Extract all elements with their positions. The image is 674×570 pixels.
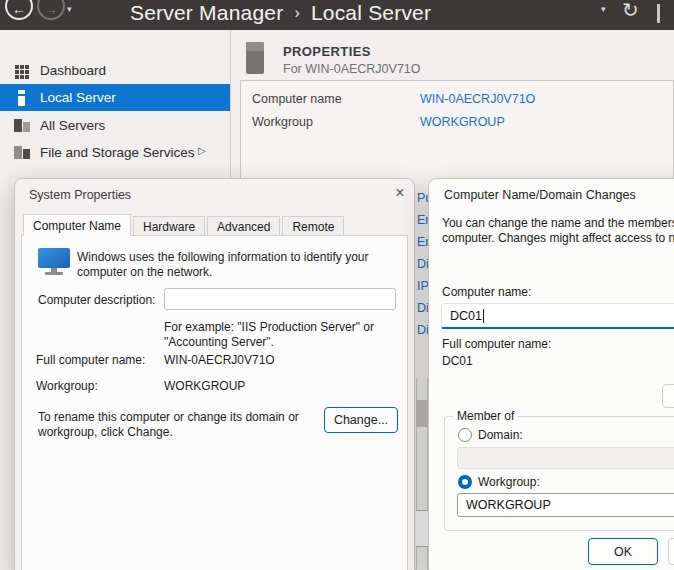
full-computer-name-label: Full computer name: <box>442 337 551 351</box>
all-servers-icon <box>13 118 31 134</box>
workgroup-radio-label[interactable]: Workgroup: <box>478 475 540 489</box>
forward-button[interactable]: → <box>37 0 65 20</box>
breadcrumb-server-manager[interactable]: Server Manager <box>130 1 283 24</box>
sidebar-item-label: Local Server <box>40 90 116 105</box>
back-icon: ← <box>12 1 26 17</box>
sidebar-item-label: File and Storage Services <box>40 145 195 160</box>
workgroup-radio[interactable] <box>458 475 472 489</box>
clipped-property-value[interactable]: En <box>417 213 428 228</box>
server-tower-icon <box>13 90 31 106</box>
system-properties-dialog: System Properties × Computer Name Hardwa… <box>14 178 415 570</box>
tab-page: Windows uses the following information t… <box>21 235 408 570</box>
dialog-title: Computer Name/Domain Changes <box>444 188 636 202</box>
close-icon[interactable]: × <box>389 182 411 204</box>
computer-description-label: Computer description: <box>38 293 155 308</box>
title-bar: ← → ▾ Server Manager›Local Server ▾ ↻ <box>0 0 674 30</box>
sidebar-item-all-servers[interactable]: All Servers <box>0 112 230 139</box>
properties-server-icon <box>246 42 264 74</box>
tab-computer-name[interactable]: Computer Name <box>23 214 131 236</box>
full-computer-name-label: Full computer name: <box>36 353 145 368</box>
dialog-body-line2: computer. Changes might affect access to… <box>442 231 674 245</box>
sidebar-item-dashboard[interactable]: Dashboard <box>0 57 230 84</box>
dialog-title: System Properties <box>29 188 131 202</box>
dashboard-tiles-icon <box>13 63 31 79</box>
clipped-property-value[interactable]: Di <box>417 257 428 272</box>
sidebar-item-local-server[interactable]: Local Server <box>0 84 230 111</box>
properties-heading: PROPERTIES <box>283 44 371 59</box>
tab-hardware[interactable]: Hardware <box>133 216 205 236</box>
rename-hint-text: To rename this computer or change its do… <box>38 410 318 440</box>
notifications-flag-icon[interactable] <box>657 4 660 23</box>
full-computer-name-value: WIN-0AECRJ0V71O <box>164 353 275 368</box>
change-button[interactable]: Change... <box>324 407 398 433</box>
domain-radio-label[interactable]: Domain: <box>478 428 523 442</box>
tab-strip: Computer Name Hardware Advanced Remote <box>23 214 346 236</box>
dialog-body-line1: You can change the name and the membersh… <box>442 216 674 230</box>
intro-text: Windows uses the following information t… <box>77 250 399 280</box>
back-button[interactable]: ← <box>5 0 33 20</box>
tab-advanced[interactable]: Advanced <box>207 216 280 236</box>
workgroup-input-value: WORKGROUP <box>466 498 551 512</box>
text-caret <box>483 309 484 323</box>
sidebar-item-label: Dashboard <box>40 63 106 78</box>
server-manager-window: ← → ▾ Server Manager›Local Server ▾ ↻ Da… <box>0 0 674 570</box>
domain-radio[interactable] <box>458 428 472 442</box>
clipped-property-value[interactable]: En <box>417 235 428 250</box>
clipped-property-value[interactable]: IP <box>417 279 428 294</box>
computer-description-input[interactable] <box>164 288 396 310</box>
clipped-property-value[interactable]: Pu <box>417 191 428 206</box>
workgroup-input[interactable]: WORKGROUP <box>457 493 674 517</box>
clipped-property-value[interactable]: Di <box>417 301 428 316</box>
ok-button[interactable]: OK <box>588 538 658 565</box>
tab-remote[interactable]: Remote <box>282 216 344 236</box>
member-of-legend: Member of <box>453 409 518 423</box>
workgroup-link[interactable]: WORKGROUP <box>420 115 505 129</box>
computer-name-label: Computer name: <box>442 285 531 299</box>
clipped-property-value[interactable]: Di <box>417 323 428 338</box>
expander-chevron-icon[interactable]: ▷ <box>198 145 206 156</box>
workgroup-value: WORKGROUP <box>164 379 245 394</box>
breadcrumb-chevron-icon: › <box>294 4 300 21</box>
computer-name-input[interactable]: DC01 <box>441 303 674 329</box>
full-computer-name-value: DC01 <box>442 354 473 368</box>
nav-dropdown-caret-icon[interactable]: ▾ <box>67 4 72 14</box>
property-label: Workgroup <box>252 115 313 129</box>
computer-name-link[interactable]: WIN-0AECRJ0V71O <box>420 92 535 106</box>
properties-subheading: For WIN-0AECRJ0V71O <box>283 62 421 76</box>
property-label: Computer name <box>252 92 342 106</box>
sidebar-item-file-storage-services[interactable]: File and Storage Services ▷ <box>0 139 230 166</box>
toolbar-caret-icon[interactable]: ▾ <box>601 4 606 14</box>
computer-monitor-icon <box>38 248 70 276</box>
breadcrumb-local-server[interactable]: Local Server <box>311 1 431 24</box>
computer-name-input-value: DC01 <box>450 309 482 323</box>
breadcrumb: Server Manager›Local Server <box>130 1 431 25</box>
workgroup-label: Workgroup: <box>36 379 98 394</box>
domain-input[interactable] <box>457 447 674 469</box>
member-of-groupbox: Member of Domain: Workgroup: WORKGROUP <box>444 416 674 531</box>
cancel-button-partial[interactable] <box>668 538 674 565</box>
forward-icon: → <box>44 1 58 17</box>
sidebar-item-label: All Servers <box>40 118 105 133</box>
computer-name-domain-changes-dialog: Computer Name/Domain Changes You can cha… <box>428 178 674 570</box>
scrollbar-thumb[interactable] <box>416 400 428 427</box>
more-button-partial[interactable] <box>662 384 674 408</box>
refresh-icon[interactable]: ↻ <box>622 0 639 22</box>
scrollbar-thumb[interactable] <box>416 510 428 547</box>
example-text: For example: "IIS Production Server" or … <box>164 320 394 350</box>
file-storage-icon <box>13 145 31 161</box>
